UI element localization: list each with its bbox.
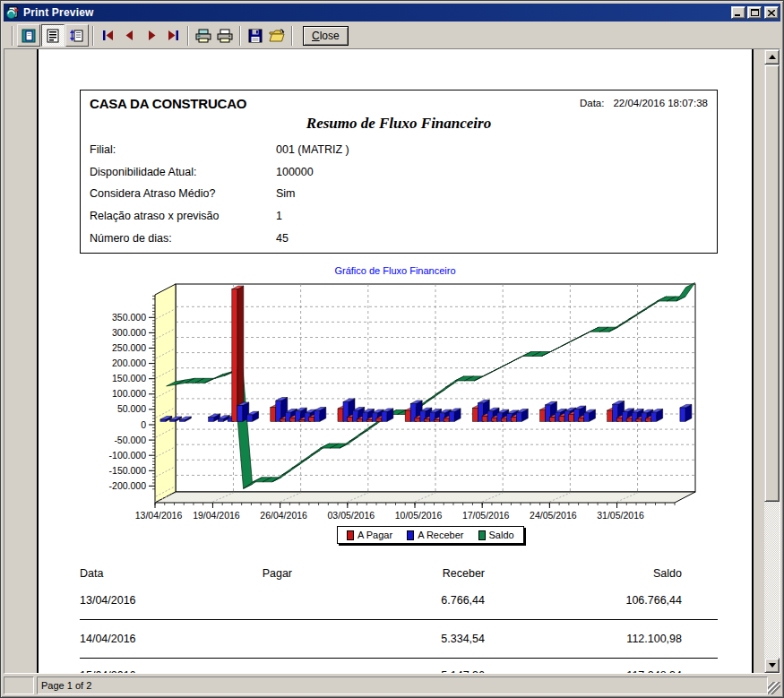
window-icon — [5, 5, 20, 20]
toolbar-separator — [92, 26, 94, 46]
table-row: 14/04/20165.334,54112.100,98 — [80, 629, 718, 659]
legend-item: A Pagar — [347, 530, 392, 540]
table-cell: 117.248,34 — [485, 669, 682, 674]
svg-text:350.000: 350.000 — [112, 312, 146, 323]
print-setup-button[interactable] — [193, 25, 214, 47]
svg-text:200.000: 200.000 — [112, 358, 146, 368]
titlebar[interactable]: Print Preview — [4, 4, 780, 22]
minimize-icon — [735, 10, 742, 16]
svg-text:150.000: 150.000 — [112, 373, 146, 383]
legend-item: Saldo — [478, 530, 514, 540]
save-icon — [248, 29, 263, 43]
prior-page-icon — [125, 30, 135, 40]
report-page: CASA DA CONSTRUCAO Data:22/04/2016 18:07… — [37, 49, 754, 674]
table-cell — [169, 633, 292, 658]
table-cell — [169, 669, 292, 674]
statusbar: Page 1 of 2 — [4, 675, 780, 694]
print-preview-window: Print Preview — [0, 0, 784, 698]
svg-text:31/05/2016: 31/05/2016 — [597, 510, 644, 521]
print-button[interactable] — [214, 25, 236, 47]
next-page-icon — [146, 30, 157, 40]
toolbar-separator — [12, 26, 13, 46]
table-cell: 5.147,36 — [292, 669, 485, 674]
legend-label: Saldo — [489, 530, 514, 540]
svg-text:-150.000: -150.000 — [109, 465, 147, 476]
prior-page-button[interactable] — [119, 25, 141, 47]
svg-text:-200.000: -200.000 — [109, 480, 147, 491]
company-name: CASA DA CONSTRUCAO — [90, 96, 246, 111]
table-header-cell: Receber — [292, 567, 485, 580]
table-header-cell: Saldo — [485, 567, 682, 580]
maximize-icon — [751, 9, 759, 16]
flow-chart: 350.000300.000250.000200.000150.000100.0… — [99, 277, 718, 528]
table-cell — [169, 594, 292, 619]
param-value: 1 — [276, 210, 282, 232]
svg-text:0: 0 — [141, 419, 146, 430]
report-datetime: Data:22/04/2016 18:07:38 — [580, 98, 708, 108]
table-row: 13/04/20166.766,44106.766,44 — [80, 590, 718, 620]
param-label: Considera Atraso Médio? — [90, 187, 276, 210]
close-button-titlebar[interactable] — [764, 6, 779, 19]
report-param-row: Considera Atraso Médio?Sim — [90, 187, 708, 210]
svg-text:10/05/2016: 10/05/2016 — [395, 510, 443, 521]
svg-text:19/04/2016: 19/04/2016 — [193, 510, 240, 521]
table-header-cell: Pagar — [169, 567, 292, 580]
open-button[interactable] — [266, 25, 288, 47]
report-param-row: Número de dias:45 — [90, 232, 708, 254]
scrollbar-thumb[interactable] — [764, 65, 780, 502]
save-button[interactable] — [245, 25, 266, 47]
resize-grip[interactable] — [768, 682, 780, 694]
page-width-view-button[interactable] — [41, 24, 65, 47]
param-label: Relação atraso x previsão — [90, 210, 276, 232]
maximize-button[interactable] — [747, 6, 762, 19]
print-icon — [217, 29, 233, 43]
zoom-percent-view-icon — [70, 29, 84, 43]
whole-page-view-icon — [22, 29, 36, 43]
svg-text:13/04/2016: 13/04/2016 — [135, 510, 183, 521]
report-param-row: Relação atraso x previsão1 — [90, 210, 708, 232]
legend-label: A Receber — [418, 530, 463, 540]
report-params: Filial:001 (MATRIZ )Disponibilidade Atua… — [90, 143, 708, 254]
open-icon — [269, 29, 285, 43]
chart-legend: A PagarA ReceberSaldo — [337, 526, 524, 544]
legend-swatch — [347, 530, 354, 540]
legend-item: A Receber — [407, 530, 463, 540]
table-row: 15/04/20165.147,36117.248,34 — [80, 666, 718, 674]
param-label: Filial: — [90, 143, 276, 166]
page-indicator: Page 1 of 2 — [37, 676, 768, 694]
close-icon — [768, 10, 775, 16]
table-cell: 5.334,54 — [292, 633, 485, 658]
table-cell: 6.766,44 — [292, 594, 485, 619]
date-value: 22/04/2016 18:07:38 — [613, 98, 708, 108]
svg-text:250.000: 250.000 — [112, 342, 146, 353]
zoom-percent-view-button[interactable] — [65, 24, 89, 47]
print-setup-icon — [195, 29, 211, 43]
svg-text:03/05/2016: 03/05/2016 — [328, 510, 375, 521]
svg-text:-50.000: -50.000 — [114, 435, 146, 445]
table-cell: 13/04/2016 — [80, 594, 169, 619]
whole-page-view-button[interactable] — [17, 24, 40, 47]
last-page-icon — [167, 30, 179, 40]
svg-text:17/05/2016: 17/05/2016 — [462, 510, 510, 521]
last-page-button[interactable] — [162, 25, 184, 47]
scroll-up-button[interactable] — [764, 49, 780, 65]
legend-label: A Pagar — [358, 530, 392, 540]
first-page-button[interactable] — [98, 25, 119, 47]
param-value: Sim — [276, 187, 296, 210]
date-label: Data: — [580, 98, 605, 108]
window-title: Print Preview — [23, 6, 94, 19]
param-label: Número de dias: — [90, 232, 276, 254]
param-label: Disponibilidade Atual: — [90, 166, 276, 188]
minimize-button[interactable] — [731, 6, 745, 19]
flow-chart-svg: 350.000300.000250.000200.000150.000100.0… — [99, 277, 718, 528]
vertical-scrollbar[interactable] — [764, 49, 780, 673]
close-button[interactable]: Close — [303, 26, 349, 46]
next-page-button[interactable] — [141, 25, 162, 47]
chart-title: Gráfico de Fluxo Financeiro — [39, 265, 752, 276]
svg-text:26/04/2016: 26/04/2016 — [260, 510, 307, 521]
scroll-down-button[interactable] — [764, 658, 780, 673]
svg-text:50.000: 50.000 — [117, 403, 146, 414]
toolbar: Close — [4, 22, 780, 48]
report-param-row: Filial:001 (MATRIZ ) — [90, 143, 708, 166]
svg-text:300.000: 300.000 — [112, 327, 146, 338]
